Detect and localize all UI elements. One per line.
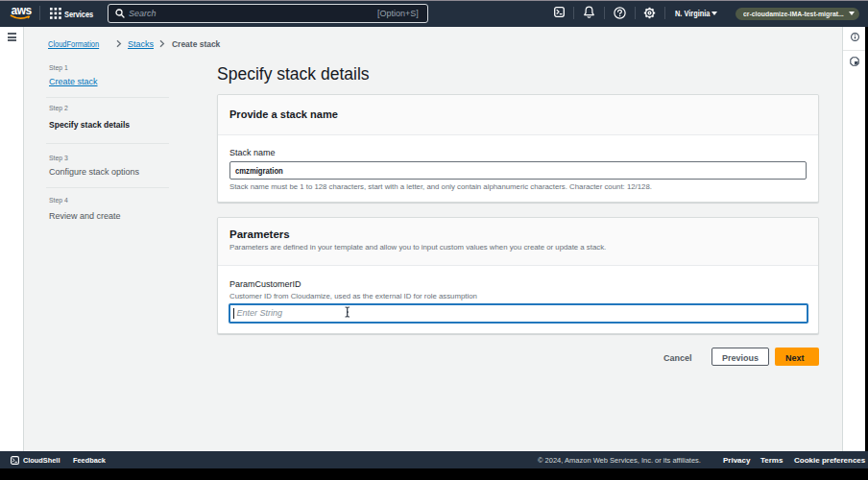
svg-text:aws: aws [12,4,33,17]
